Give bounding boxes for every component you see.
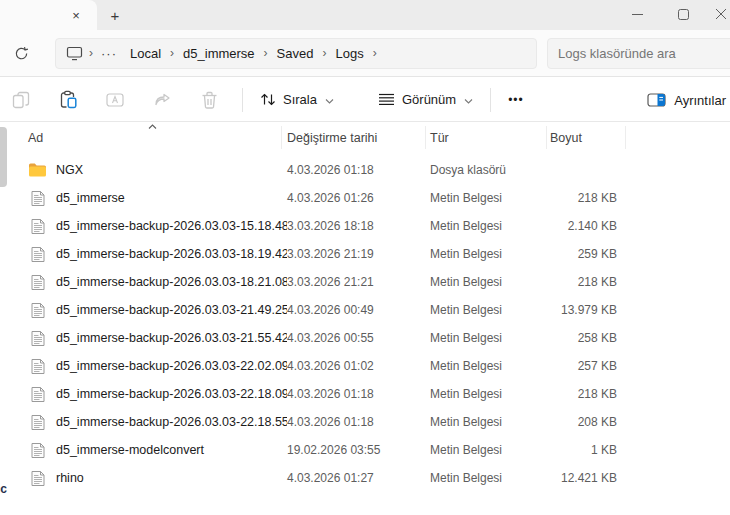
- new-tab-button[interactable]: +: [103, 5, 127, 26]
- more-options-button[interactable]: •••: [499, 87, 533, 113]
- address-bar-row: › ··· Local › d5_immerse › Saved › Logs …: [0, 30, 730, 77]
- file-row[interactable]: d5_immerse-backup-2026.03.03-22.02.09 4.…: [10, 352, 730, 380]
- column-header-name[interactable]: Ad: [28, 131, 43, 145]
- window-controls: [614, 0, 730, 28]
- file-name: rhino: [56, 471, 84, 485]
- this-pc-icon[interactable]: [64, 46, 87, 61]
- column-divider[interactable]: [281, 126, 282, 149]
- file-date-modified: 3.03.2026 18:18: [287, 219, 430, 233]
- file-type: Metin Belgesi: [430, 415, 546, 429]
- tab-close-icon[interactable]: ×: [67, 6, 85, 24]
- file-type: Metin Belgesi: [430, 219, 546, 233]
- explorer-tab[interactable]: ×: [0, 0, 97, 30]
- rename-button[interactable]: [96, 84, 134, 116]
- details-pane-icon: [647, 93, 666, 107]
- command-toolbar: Sırala Görünüm ••• Ayrıntılar: [0, 78, 730, 122]
- file-type: Metin Belgesi: [430, 247, 546, 261]
- column-header-date[interactable]: Değiştirme tarihi: [287, 131, 377, 145]
- file-size: 258 KB: [546, 331, 617, 345]
- text-document-icon: [28, 217, 47, 235]
- file-date-modified: 3.03.2026 21:21: [287, 275, 430, 289]
- file-type: Metin Belgesi: [430, 359, 546, 373]
- file-row[interactable]: d5_immerse-backup-2026.03.03-22.18.09 4.…: [10, 380, 730, 408]
- view-label: Görünüm: [402, 92, 456, 107]
- folder-icon: [28, 161, 47, 179]
- file-type: Metin Belgesi: [430, 443, 546, 457]
- toolbar-divider: [242, 88, 243, 112]
- text-document-icon: [28, 441, 47, 459]
- address-breadcrumb-bar[interactable]: › ··· Local › d5_immerse › Saved › Logs …: [55, 38, 537, 69]
- column-header-type[interactable]: Tür: [430, 131, 449, 145]
- breadcrumb-chevron-icon[interactable]: ›: [262, 46, 270, 62]
- file-row[interactable]: NGX 4.03.2026 01:18 Dosya klasörü: [10, 156, 730, 184]
- copy-button[interactable]: [2, 84, 40, 116]
- breadcrumb-local[interactable]: Local: [123, 43, 168, 64]
- details-pane-button[interactable]: Ayrıntılar: [638, 87, 730, 114]
- file-name: d5_immerse-backup-2026.03.03-15.18.48: [56, 219, 287, 233]
- delete-button[interactable]: [190, 84, 228, 116]
- file-row[interactable]: d5_immerse-backup-2026.03.03-21.49.25 4.…: [10, 296, 730, 324]
- file-type: Metin Belgesi: [430, 471, 546, 485]
- file-row[interactable]: d5_immerse-backup-2026.03.03-15.18.48 3.…: [10, 212, 730, 240]
- sort-button[interactable]: Sırala: [251, 86, 343, 113]
- file-size: 12.421 KB: [546, 471, 617, 485]
- file-row[interactable]: d5_immerse-backup-2026.03.03-22.18.55 4.…: [10, 408, 730, 436]
- file-type: Metin Belgesi: [430, 387, 546, 401]
- file-size: 259 KB: [546, 247, 617, 261]
- file-date-modified: 4.03.2026 01:18: [287, 415, 430, 429]
- file-date-modified: 4.03.2026 01:27: [287, 471, 430, 485]
- file-row[interactable]: d5_immerse-backup-2026.03.03-21.55.42 4.…: [10, 324, 730, 352]
- share-button[interactable]: [143, 84, 181, 116]
- file-row[interactable]: d5_immerse 4.03.2026 01:26 Metin Belgesi…: [10, 184, 730, 212]
- file-name: d5_immerse-backup-2026.03.03-21.55.42: [56, 331, 287, 345]
- more-options-icon: •••: [508, 93, 524, 107]
- file-row[interactable]: d5_immerse-backup-2026.03.03-18.21.08 3.…: [10, 268, 730, 296]
- paste-button[interactable]: [49, 84, 87, 116]
- breadcrumb-logs[interactable]: Logs: [328, 43, 370, 64]
- breadcrumb-chevron-icon[interactable]: ›: [320, 46, 328, 62]
- column-divider[interactable]: [546, 126, 547, 149]
- file-name: d5_immerse-backup-2026.03.03-21.49.25: [56, 303, 287, 317]
- breadcrumb-overflow[interactable]: ···: [95, 46, 123, 61]
- file-row[interactable]: d5_immerse-modelconvert 19.02.2026 03:55…: [10, 436, 730, 464]
- text-document-icon: [28, 385, 47, 403]
- file-size: 257 KB: [546, 359, 617, 373]
- text-document-icon: [28, 329, 47, 347]
- breadcrumb-saved[interactable]: Saved: [270, 43, 321, 64]
- file-date-modified: 4.03.2026 01:18: [287, 163, 430, 177]
- file-size: 218 KB: [546, 275, 617, 289]
- text-document-icon: [28, 273, 47, 291]
- breadcrumb-d5-immerse[interactable]: d5_immerse: [176, 43, 262, 64]
- text-document-icon: [28, 245, 47, 263]
- file-date-modified: 3.03.2026 21:19: [287, 247, 430, 261]
- breadcrumb-chevron-icon[interactable]: ›: [168, 46, 176, 62]
- view-button[interactable]: Görünüm: [369, 86, 482, 113]
- text-document-icon: [28, 357, 47, 375]
- nav-item-text-fragment[interactable]: ıc: [0, 482, 7, 496]
- file-row[interactable]: d5_immerse-backup-2026.03.03-18.19.42 3.…: [10, 240, 730, 268]
- maximize-button[interactable]: [660, 0, 706, 28]
- refresh-icon[interactable]: [4, 37, 38, 69]
- nav-scrollbar-thumb[interactable]: [0, 127, 7, 187]
- breadcrumb-chevron-icon: ›: [87, 46, 95, 62]
- column-header-size[interactable]: Boyut: [550, 131, 582, 145]
- sort-label: Sırala: [283, 92, 317, 107]
- file-date-modified: 19.02.2026 03:55: [287, 443, 430, 457]
- column-divider[interactable]: [425, 126, 426, 149]
- file-row[interactable]: rhino 4.03.2026 01:27 Metin Belgesi 12.4…: [10, 464, 730, 492]
- minimize-button[interactable]: [614, 0, 660, 28]
- file-type: Metin Belgesi: [430, 331, 546, 345]
- text-document-icon: [28, 189, 47, 207]
- search-box[interactable]: [547, 38, 730, 69]
- close-button[interactable]: [706, 0, 730, 28]
- navigation-pane-sliver: › › › › › › ıc: [0, 124, 9, 515]
- chevron-down-icon: [325, 98, 334, 104]
- file-name: d5_immerse-backup-2026.03.03-22.18.09: [56, 387, 287, 401]
- file-type: Dosya klasörü: [430, 163, 546, 177]
- file-date-modified: 4.03.2026 01:02: [287, 359, 430, 373]
- column-divider[interactable]: [625, 126, 626, 149]
- file-name: d5_immerse-modelconvert: [56, 443, 204, 457]
- file-name: d5_immerse-backup-2026.03.03-22.02.09: [56, 359, 287, 373]
- breadcrumb-chevron-icon[interactable]: ›: [371, 46, 379, 62]
- search-input[interactable]: [558, 46, 730, 61]
